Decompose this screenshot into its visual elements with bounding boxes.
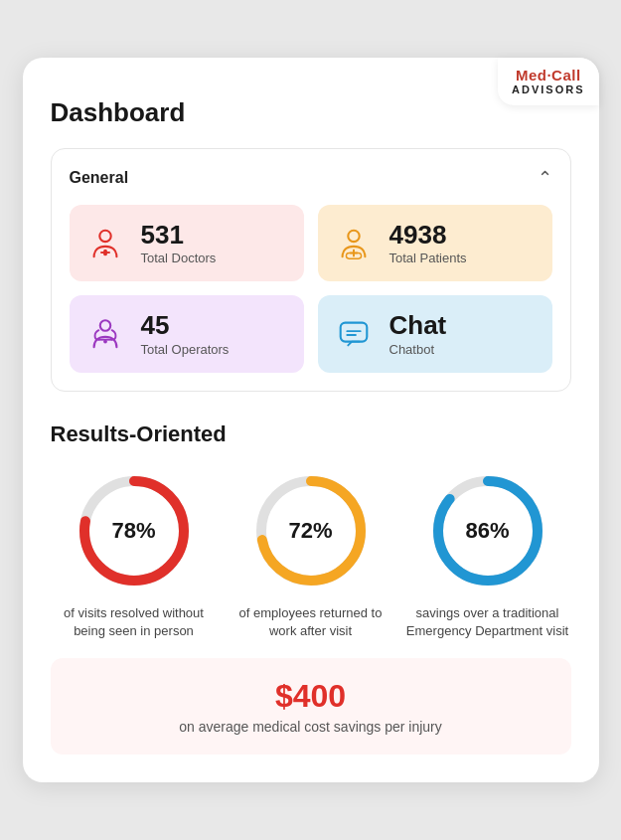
- savings-desc: on average medical cost savings per inju…: [69, 719, 553, 735]
- circle-desc-savings: savings over a traditional Emergency Dep…: [404, 604, 571, 640]
- logo-sub: ADVISORS: [512, 84, 584, 95]
- doctor-icon: [83, 222, 127, 265]
- patients-label: Total Patients: [389, 251, 467, 265]
- circle-percent-employees: 72%: [288, 518, 332, 544]
- results-title: Results-Oriented: [51, 421, 571, 447]
- stat-card-operators: 45 Total Operators: [70, 295, 304, 373]
- circle-wrapper-savings: 86%: [428, 471, 547, 590]
- circle-employees: 72% of employees returned to work after …: [228, 471, 394, 640]
- circle-percent-savings: 86%: [465, 518, 509, 544]
- stat-card-patients: 4938 Total Patients: [318, 205, 552, 282]
- stat-card-chatbot: Chat Chatbot: [318, 295, 552, 373]
- general-label: General: [70, 169, 129, 187]
- savings-card: $400 on average medical cost savings per…: [51, 658, 571, 755]
- dashboard-container: Med·Call ADVISORS Dashboard General ⌃: [23, 58, 599, 783]
- svg-point-0: [99, 230, 110, 241]
- doctors-number: 531: [141, 221, 217, 250]
- circles-row: 78% of visits resolved without being see…: [51, 471, 571, 640]
- svg-point-7: [99, 320, 109, 330]
- stat-card-doctors: 531 Total Doctors: [70, 205, 304, 282]
- doctors-label: Total Doctors: [141, 251, 217, 265]
- circle-percent-visits: 78%: [111, 518, 155, 544]
- general-section: General ⌃ 531 Total Doctors: [51, 148, 571, 392]
- stat-info-operators: 45 Total Operators: [141, 311, 230, 357]
- stats-grid: 531 Total Doctors 4938 To: [70, 205, 552, 373]
- operators-number: 45: [141, 311, 230, 340]
- circle-visits: 78% of visits resolved without being see…: [51, 471, 218, 640]
- chatbot-number: Chat: [389, 311, 447, 340]
- chevron-up-icon[interactable]: ⌃: [538, 167, 552, 189]
- operator-icon: [83, 312, 127, 356]
- circle-desc-visits: of visits resolved without being seen in…: [51, 604, 218, 640]
- general-header: General ⌃: [70, 167, 552, 189]
- savings-amount: $400: [69, 678, 553, 715]
- patients-number: 4938: [389, 221, 467, 250]
- patient-icon: [332, 222, 376, 265]
- circle-desc-employees: of employees returned to work after visi…: [228, 604, 394, 640]
- svg-point-9: [103, 340, 107, 344]
- page-title: Dashboard: [51, 97, 571, 128]
- chatbot-label: Chatbot: [389, 342, 447, 357]
- results-section: Results-Oriented 78% of visits resolved …: [51, 421, 571, 755]
- svg-rect-10: [340, 323, 367, 342]
- circle-savings: 86% savings over a traditional Emergency…: [404, 471, 571, 640]
- logo-brand: Med·Call: [516, 68, 581, 84]
- logo-badge: Med·Call ADVISORS: [498, 58, 598, 106]
- stat-info-doctors: 531 Total Doctors: [141, 221, 217, 266]
- svg-point-3: [348, 230, 359, 241]
- stat-info-chatbot: Chat Chatbot: [389, 311, 447, 357]
- circle-wrapper-employees: 72%: [251, 471, 371, 590]
- operators-label: Total Operators: [141, 342, 230, 357]
- circle-wrapper-visits: 78%: [75, 471, 194, 590]
- chat-icon: [332, 312, 376, 356]
- stat-info-patients: 4938 Total Patients: [389, 221, 467, 266]
